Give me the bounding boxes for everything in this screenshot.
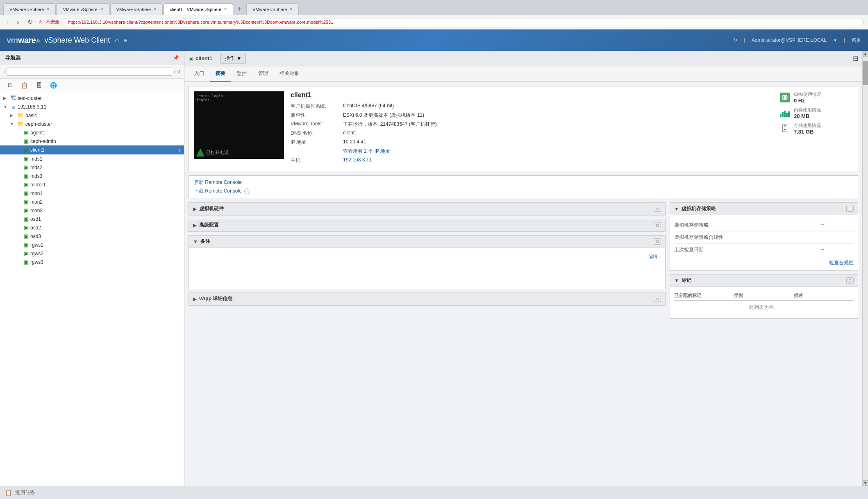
storage-strategy-maximize[interactable]: □ <box>846 206 854 212</box>
host-link[interactable]: 192.168.3.11 <box>343 157 372 164</box>
notes-maximize[interactable]: □ <box>654 238 661 245</box>
tab-close-0[interactable]: ✕ <box>46 7 50 11</box>
vapp-maximize[interactable]: □ <box>654 296 661 302</box>
browser-tab-4[interactable]: VMware vSphere✕ <box>246 3 299 15</box>
virtual-hardware-panel: ▶ 虚拟机硬件 □ <box>189 202 666 215</box>
check-compliance-link[interactable]: 检查合规性 <box>829 260 854 265</box>
vm-screenshot[interactable]: centos login: login: _ 已打开电源 <box>194 91 284 159</box>
view-options-icon[interactable]: ⊟ <box>853 54 858 62</box>
tab-摘要[interactable]: 摘要 <box>210 66 231 82</box>
launch-console-link[interactable]: 启动 Remote Console <box>194 179 853 186</box>
tree-item-mirror1[interactable]: ▣mirror1 <box>0 180 184 189</box>
tree-item-rgws1[interactable]: ▣rgws1 <box>0 240 184 249</box>
host-row: 主机: 192.168.3.11 <box>291 157 773 164</box>
browser-tab-0[interactable]: VMware vSphere✕ <box>3 3 56 15</box>
vapp-panel: ▶ vApp 详细信息 □ <box>189 293 666 306</box>
search-prev-button[interactable]: ‹ <box>3 69 5 74</box>
console-info-icon[interactable]: i <box>244 188 250 194</box>
notes-header[interactable]: ▼ 备注 □ <box>189 236 665 248</box>
url-input[interactable] <box>63 18 864 26</box>
tree-item-osd1[interactable]: ▣osd1 <box>0 215 184 223</box>
tree-item-ceph-admin[interactable]: ▣ceph-admin <box>0 137 184 145</box>
browser-tab-2[interactable]: VMware vSphere✕ <box>110 3 163 15</box>
tree-item-mon2[interactable]: ▣mon2 <box>0 197 184 206</box>
vapp-header[interactable]: ▶ vApp 详细信息 □ <box>189 293 665 305</box>
home-icon[interactable]: ⌂ <box>115 36 119 44</box>
sidebar-search-input[interactable] <box>7 68 173 76</box>
tab-监控[interactable]: 监控 <box>231 66 252 82</box>
scroll-down-button[interactable]: ▼ <box>863 480 868 486</box>
tree-item-mds1[interactable]: ▣mds1 <box>0 154 184 163</box>
tree-item-agent1[interactable]: ▣agent1 <box>0 128 184 137</box>
cpu-stat-label: CPU使用情况 <box>794 91 821 98</box>
console-links-section: 启动 Remote Console 下载 Remote Console i <box>189 175 858 198</box>
sidebar-datastores-button[interactable]: 🗄 <box>32 80 45 90</box>
ip-link-row: 查看所有 2 个 IP 地址 <box>291 148 773 155</box>
browser-tab-1[interactable]: VMware vSphere✕ <box>57 3 109 15</box>
compatibility-row: 兼容性: ESXi 6.0 及更高版本 (虚拟机版本 11) <box>291 112 773 119</box>
refresh-icon[interactable]: ↻ <box>733 37 737 43</box>
actions-button[interactable]: 操作 ▼ <box>220 53 246 64</box>
browser-chrome: VMware vSphere✕VMware vSphere✕VMware vSp… <box>0 0 868 29</box>
tags-header[interactable]: ▼ 标记 □ <box>670 274 858 287</box>
tree-expand-test-cluster[interactable]: ▶ <box>3 96 9 100</box>
help-link[interactable]: 帮助 <box>852 37 861 44</box>
tab-close-4[interactable]: ✕ <box>289 7 293 11</box>
tree-expand-basic[interactable]: ▶ <box>10 113 16 118</box>
storage-strategy-header[interactable]: ▼ 虚拟机存储策略 □ <box>670 203 858 215</box>
vm-details: client1 客户机操作系统: CentOS 4/5/6/7 (64-bit)… <box>291 91 773 166</box>
tree-item-mon3[interactable]: ▣mon3 <box>0 206 184 215</box>
notes-edit-link[interactable]: 编辑... <box>193 254 661 260</box>
tree-item-basic[interactable]: ▶📁basic <box>0 111 184 120</box>
tree-icon-mirror1: ▣ <box>24 181 29 188</box>
tree-item-osd2[interactable]: ▣osd2 <box>0 223 184 232</box>
tree-label-rgws2: rgws2 <box>30 251 181 256</box>
tab-管理[interactable]: 管理 <box>252 66 274 82</box>
sidebar-hosts-button[interactable]: 🖥 <box>3 80 16 90</box>
tab-入门[interactable]: 入门 <box>189 66 210 82</box>
sidebar-vms-button[interactable]: 📋 <box>17 80 32 90</box>
tags-maximize[interactable]: □ <box>846 277 854 284</box>
virtual-hardware-maximize[interactable]: □ <box>654 206 661 212</box>
search-next-button[interactable]: › <box>174 69 175 74</box>
tree-item-mds2[interactable]: ▣mds2 <box>0 163 184 172</box>
new-tab-button[interactable]: + <box>234 3 245 15</box>
scroll-thumb[interactable] <box>863 61 868 85</box>
tree-item-rgws3[interactable]: ▣rgws3 <box>0 258 184 266</box>
tree-item-client1[interactable]: ▣client1› <box>0 145 184 154</box>
ip-all-link[interactable]: 查看所有 2 个 IP 地址 <box>343 148 390 155</box>
tab-close-2[interactable]: ✕ <box>153 7 157 11</box>
tab-相关对象[interactable]: 相关对象 <box>274 66 305 82</box>
pin-icon[interactable]: 📌 <box>173 55 179 61</box>
tab-close-3[interactable]: ✕ <box>224 7 227 11</box>
tree-item-test-cluster[interactable]: ▶🏗test-cluster <box>0 94 184 102</box>
advanced-config-header[interactable]: ▶ 高级配置 □ <box>189 219 665 231</box>
tree-item-rgws2[interactable]: ▣rgws2 <box>0 249 184 258</box>
tab-close-1[interactable]: ✕ <box>100 7 103 11</box>
virtual-hardware-header[interactable]: ▶ 虚拟机硬件 □ <box>189 203 665 215</box>
tree-item-mds3[interactable]: ▣mds3 <box>0 172 184 180</box>
tree-expand-192.168.3.11[interactable]: ▼ <box>3 104 9 109</box>
compatibility-value: ESXi 6.0 及更高版本 (虚拟机版本 11) <box>343 112 424 119</box>
sidebar-networks-button[interactable]: 🌐 <box>46 80 61 90</box>
tree-item-192-168-3-11[interactable]: ▼🖥192.168.3.11 <box>0 102 184 111</box>
browser-tab-3[interactable]: client1 - VMware vSphere✕ <box>164 3 233 15</box>
advanced-config-toggle: ▶ <box>193 222 197 228</box>
back-button[interactable]: ‹ <box>4 18 11 27</box>
forward-button[interactable]: › <box>14 18 21 27</box>
tree-expand-ceph-cluster[interactable]: ▼ <box>10 122 16 126</box>
tree-container: ▶🏗test-cluster▼🖥192.168.3.11▶📁basic▼📁cep… <box>0 92 184 486</box>
security-warning-text: 不安全 <box>46 19 59 25</box>
reload-button[interactable]: ↻ <box>25 17 35 27</box>
user-account[interactable]: Administrator@VSPHERE.LOCAL <box>752 37 827 43</box>
tree-item-mon1[interactable]: ▣mon1 <box>0 189 184 197</box>
tree-label-ceph-cluster: ceph-cluster <box>25 121 181 127</box>
scroll-up-button[interactable]: ▲ <box>863 51 868 57</box>
tree-item-osd3[interactable]: ▣osd3 <box>0 232 184 240</box>
download-console-link[interactable]: 下载 Remote Console <box>194 188 242 195</box>
advanced-config-maximize[interactable]: □ <box>654 222 661 228</box>
menu-icon[interactable]: ≡ <box>124 37 127 43</box>
search-history-button[interactable]: ↺ <box>177 69 181 75</box>
tree-item-ceph-cluster[interactable]: ▼📁ceph-cluster <box>0 120 184 128</box>
user-dropdown-icon[interactable]: ▼ <box>833 38 837 43</box>
